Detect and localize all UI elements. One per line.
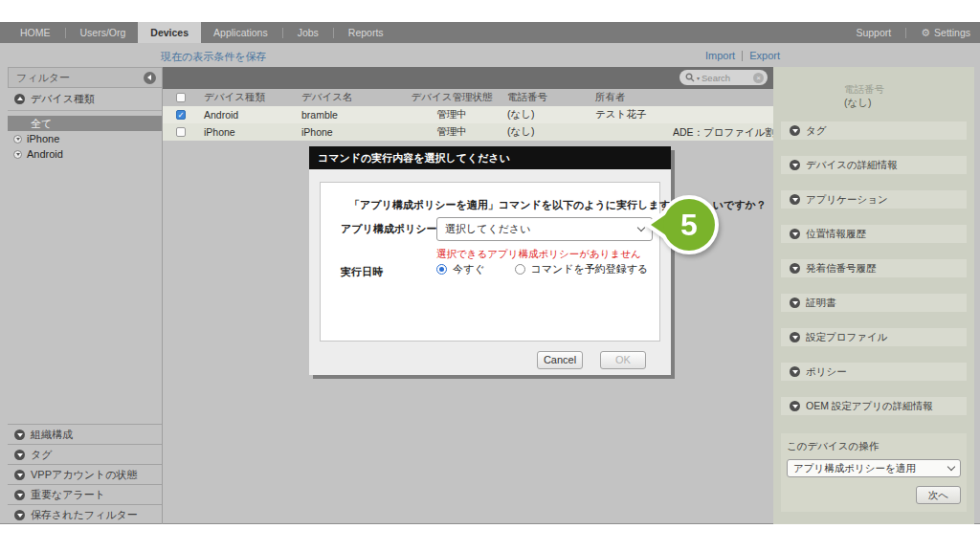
export-link[interactable]: Export <box>749 50 780 61</box>
column-header-phone[interactable]: 電話番号 <box>500 91 590 104</box>
chevron-down-icon <box>14 490 25 500</box>
link-separator <box>742 51 743 61</box>
panel-section-label: 証明書 <box>806 297 836 310</box>
badge-number: 5 <box>680 208 698 242</box>
chevron-down-icon <box>790 332 800 342</box>
nav-tab-applications[interactable]: Applications <box>201 22 280 43</box>
app-window: HOME Users/Org Devices Applications Jobs… <box>0 0 980 551</box>
nav-tab-jobs[interactable]: Jobs <box>285 22 331 43</box>
table-row[interactable]: iPhone iPhone 管理中 (なし) ADE：プロファイル割 <box>163 123 773 141</box>
ok-button-disabled[interactable]: OK <box>600 351 646 369</box>
device-operations-box: このデバイスの操作 アプリ構成ポリシーを適用 次へ <box>781 433 967 512</box>
save-current-view-link[interactable]: 現在の表示条件を保存 <box>161 50 267 64</box>
column-header-device-name[interactable]: デバイス名 <box>297 91 404 104</box>
row-checkbox[interactable] <box>176 110 186 120</box>
sidebar-section-device-type[interactable]: デバイス種類 <box>8 88 162 111</box>
panel-section-applications[interactable]: アプリケーション <box>781 190 967 209</box>
filter-title: フィルター <box>16 71 70 85</box>
panel-section-config-profile[interactable]: 設定プロファイル <box>781 328 967 346</box>
chevron-down-icon <box>14 450 25 460</box>
sidebar-section-vpp[interactable]: VPPアカウントの状態 <box>8 464 162 484</box>
annotation-badge-5: 5 <box>641 193 722 256</box>
sidebar-spacer <box>8 162 162 424</box>
chevron-down-icon <box>14 510 25 520</box>
phone-number-value: (なし) <box>844 96 974 109</box>
panel-section-certificates[interactable]: 証明書 <box>781 294 967 312</box>
cell-mgmt-status: 管理中 <box>404 125 500 139</box>
radio-option-now[interactable]: 今すぐ <box>436 262 485 276</box>
column-header-device-type[interactable]: デバイス種類 <box>199 91 297 104</box>
device-type-option-iphone[interactable]: iPhone <box>8 131 162 146</box>
option-bullet-icon <box>13 135 22 143</box>
option-bullet-icon <box>13 150 22 159</box>
cell-device-name: bramble <box>297 109 404 121</box>
collapse-sidebar-icon[interactable] <box>144 72 156 84</box>
search-input[interactable] <box>702 73 751 83</box>
device-type-option-android[interactable]: Android <box>8 146 162 162</box>
operation-select[interactable]: アプリ構成ポリシーを適用 <box>787 459 961 477</box>
table-row[interactable]: Android bramble 管理中 (なし) テスト花子 <box>163 106 773 123</box>
operations-button-row: 次へ <box>787 486 961 504</box>
command-modal: コマンドの実行内容を選択してください 「アプリ構成ポリシーを適用」コマンドを以下… <box>309 146 671 375</box>
sidebar-section-alerts[interactable]: 重要なアラート <box>8 484 162 504</box>
schedule-radio-group: 今すぐ コマンドを予約登録する <box>436 262 648 276</box>
panel-section-device-details[interactable]: デバイスの詳細情報 <box>781 156 967 174</box>
option-label: Android <box>27 148 63 160</box>
select-all-checkbox[interactable] <box>176 93 186 102</box>
nav-tab-reports[interactable]: Reports <box>336 22 396 43</box>
panel-section-location-history[interactable]: 位置情報履歴 <box>781 225 967 243</box>
policy-select[interactable]: 選択してください <box>436 217 653 241</box>
sidebar-section-label: 保存されたフィルター <box>31 508 138 522</box>
import-export-links: Import Export <box>705 50 780 61</box>
nav-separator <box>65 28 66 38</box>
sidebar-section-tags[interactable]: タグ <box>8 444 162 464</box>
nav-separator <box>333 28 334 38</box>
option-label: iPhone <box>27 133 59 144</box>
panel-section-tags[interactable]: タグ <box>781 121 967 140</box>
panel-section-label: ポリシー <box>806 365 847 379</box>
device-type-option-all[interactable]: 全て <box>8 116 162 131</box>
search-clear-icon[interactable]: × <box>753 73 764 83</box>
header-checkbox-cell <box>163 93 199 102</box>
table-toolbar: ▾ × <box>163 67 773 89</box>
sidebar-section-label: 重要なアラート <box>31 488 105 502</box>
filter-sidebar: フィルター デバイス種類 全て iPhone Android 組織構成 タグ V… <box>8 67 163 524</box>
column-header-owner[interactable]: 所有者 <box>590 91 701 104</box>
top-navbar: HOME Users/Org Devices Applications Jobs… <box>0 22 980 43</box>
nav-support-link[interactable]: Support <box>843 22 903 43</box>
chevron-down-icon <box>790 263 800 274</box>
panel-section-oem-settings[interactable]: OEM 設定アプリの詳細情報 <box>781 397 967 415</box>
radio-option-reserve[interactable]: コマンドを予約登録する <box>515 262 649 276</box>
nav-settings-link[interactable]: ⚙ Settings <box>908 22 970 43</box>
chevron-down-icon <box>790 229 800 239</box>
import-link[interactable]: Import <box>705 50 735 61</box>
cell-phone: (なし) <box>500 108 590 121</box>
policy-label-text: アプリ構成ポリシー <box>341 223 437 234</box>
search-box[interactable]: ▾ × <box>679 70 768 85</box>
nav-right-group: Support ⚙ Settings <box>843 22 970 43</box>
chevron-down-icon <box>790 194 800 205</box>
detail-accordion-list: タグ デバイスの詳細情報 アプリケーション 位置情報履歴 発着信番号履歴 証明書 <box>773 121 974 415</box>
sidebar-section-saved-filters[interactable]: 保存されたフィルター <box>8 504 162 524</box>
nav-tab-users-org[interactable]: Users/Org <box>68 22 139 43</box>
cancel-button[interactable]: Cancel <box>537 351 583 369</box>
row-checkbox[interactable] <box>176 127 186 137</box>
gear-icon: ⚙ <box>921 22 930 43</box>
nav-tab-devices[interactable]: Devices <box>138 22 201 43</box>
modal-title-bar: コマンドの実行内容を選択してください <box>309 146 671 169</box>
search-scope-caret-icon[interactable]: ▾ <box>697 75 700 81</box>
next-button[interactable]: 次へ <box>916 486 961 504</box>
cell-ade-status: ADE：プロファイル割 <box>673 123 773 141</box>
column-header-mgmt-status[interactable]: デバイス管理状態 <box>404 91 500 104</box>
nav-tabs: HOME Users/Org Devices Applications Jobs… <box>8 22 396 43</box>
panel-section-label: アプリケーション <box>806 193 888 207</box>
chevron-down-icon <box>947 463 955 471</box>
radio-selected-icon <box>436 264 447 275</box>
panel-section-call-history[interactable]: 発着信番号履歴 <box>781 259 967 277</box>
sidebar-section-org[interactable]: 組織構成 <box>8 424 162 444</box>
row-checkbox-cell <box>163 110 199 120</box>
modal-form-area: 「アプリ構成ポリシーを適用」コマンドを以下のように実行します。よろしいですか？ … <box>320 182 660 342</box>
nav-tab-home[interactable]: HOME <box>8 22 63 43</box>
panel-section-policy[interactable]: ポリシー <box>781 363 967 381</box>
phone-info-block: 電話番号 (なし) <box>844 82 974 109</box>
